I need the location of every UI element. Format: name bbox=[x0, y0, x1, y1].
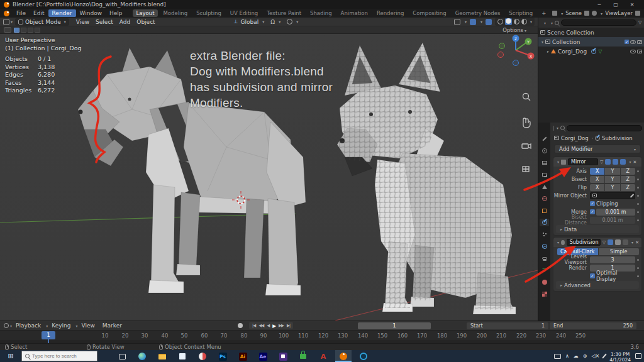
viewport-3d-canvas[interactable]: Z Y X bbox=[0, 34, 538, 321]
timeline-ruler[interactable]: 1 10 20 30 40 50 60 70 80 90 100 110 120… bbox=[0, 330, 644, 340]
blender-menu-icon[interactable] bbox=[4, 11, 9, 16]
pen-icon[interactable] bbox=[602, 353, 607, 358]
mirror-panel-header[interactable]: ▾ Mirror ▽ ▾ ✕ bbox=[553, 157, 641, 167]
disclosure-icon[interactable]: ▾ bbox=[541, 40, 543, 44]
subdivided-dog-model[interactable] bbox=[327, 34, 528, 321]
properties-tab-texture[interactable] bbox=[540, 290, 549, 298]
pan-hand-icon[interactable] bbox=[523, 118, 530, 128]
gizmo-toggle-icon[interactable] bbox=[454, 19, 460, 25]
axis-y-button[interactable]: Y bbox=[605, 168, 619, 175]
properties-tab-output[interactable] bbox=[540, 159, 549, 167]
rendered-shading-icon[interactable] bbox=[521, 19, 527, 25]
properties-editor-icon[interactable] bbox=[553, 126, 553, 131]
filter-funnel-icon[interactable]: ▽ bbox=[638, 20, 641, 25]
navigation-gizmo[interactable]: Z Y X bbox=[498, 35, 535, 66]
outliner-row-corgi-dog[interactable]: ▸ Corgi_Dog ▽ bbox=[538, 47, 644, 56]
wireframe-shading-icon[interactable] bbox=[497, 19, 503, 25]
extras-dropdown-icon[interactable]: ▾ bbox=[631, 240, 633, 244]
eyedropper-icon[interactable] bbox=[630, 194, 634, 197]
modifier-name-field[interactable]: Subdivision bbox=[567, 239, 601, 246]
frame-end-field[interactable]: End250 bbox=[550, 322, 636, 329]
tab-uv-editing[interactable]: UV Editing bbox=[226, 9, 262, 17]
outliner-row-scene-collection[interactable]: Scene Collection bbox=[538, 28, 644, 37]
properties-tab-render[interactable] bbox=[540, 147, 549, 155]
breadcrumb-modifier[interactable]: Subdivision bbox=[602, 135, 633, 141]
tab-scripting[interactable]: Scripting bbox=[505, 9, 536, 17]
zoom-tool-icon[interactable] bbox=[523, 94, 531, 101]
mode-dropdown[interactable]: Object Mode ▾ bbox=[15, 18, 69, 26]
modifier-name-field[interactable]: Mirror bbox=[568, 158, 598, 165]
viewlayer-name[interactable]: ViewLayer bbox=[605, 10, 633, 16]
tab-animation[interactable]: Animation bbox=[337, 9, 372, 17]
tab-texture-paint[interactable]: Texture Paint bbox=[263, 9, 305, 17]
select-mode-new-icon[interactable] bbox=[14, 28, 19, 33]
maximize-button[interactable]: ▢ bbox=[608, 0, 624, 9]
jump-to-start-button[interactable]: |◀ bbox=[251, 323, 257, 328]
lock-app-icon[interactable] bbox=[298, 351, 308, 361]
disable-render-camera-icon[interactable] bbox=[637, 50, 642, 53]
orientation-label[interactable]: Global bbox=[241, 19, 259, 25]
select-mode-extend-icon[interactable] bbox=[21, 28, 26, 33]
solid-shading-active[interactable] bbox=[505, 18, 512, 25]
clock-editor-icon[interactable] bbox=[4, 323, 9, 328]
chevron-down-icon[interactable]: ▾ bbox=[561, 11, 563, 16]
select-mode-subtract-icon[interactable] bbox=[28, 28, 33, 33]
flip-y-button[interactable]: Y bbox=[605, 184, 619, 191]
realtime-toggle[interactable] bbox=[613, 159, 618, 165]
bisect-y-button[interactable]: Y bbox=[605, 176, 619, 183]
breadcrumb-object[interactable]: Corgi_Dog bbox=[561, 135, 589, 141]
tab-geometry-nodes[interactable]: Geometry Nodes bbox=[452, 9, 504, 17]
proportional-editing-icon[interactable] bbox=[287, 19, 292, 25]
illustrator-icon[interactable]: Ai bbox=[238, 351, 248, 361]
photoshop-icon[interactable]: Ps bbox=[218, 351, 228, 361]
scene-name[interactable]: Scene bbox=[565, 10, 582, 16]
tab-compositing[interactable]: Compositing bbox=[409, 9, 450, 17]
frame-start-field[interactable]: Start1 bbox=[467, 322, 548, 329]
properties-tab-constraints[interactable] bbox=[540, 255, 549, 262]
vertex-group-filter-icon[interactable]: ▽ bbox=[602, 240, 606, 245]
jump-to-end-button[interactable]: ▶| bbox=[286, 323, 291, 328]
file-explorer-icon[interactable] bbox=[157, 351, 167, 361]
tab-layout[interactable]: Layout bbox=[133, 9, 158, 17]
menu-view[interactable]: View bbox=[73, 19, 92, 25]
properties-tab-view-layer[interactable] bbox=[540, 171, 549, 178]
optimal-display-checkbox[interactable]: ✓ bbox=[590, 273, 595, 278]
add-modifier-button[interactable]: Add Modifier▾ bbox=[554, 145, 641, 153]
blender-taskbar-icon[interactable] bbox=[338, 351, 348, 361]
new-viewlayer-icon[interactable] bbox=[635, 11, 640, 16]
select-mode-invert-icon[interactable] bbox=[35, 28, 40, 33]
chevron-down-icon[interactable]: ▾ bbox=[601, 11, 602, 16]
menu-marker[interactable]: Marker bbox=[99, 322, 126, 329]
expand-icon[interactable]: ▾ bbox=[557, 160, 559, 164]
merge-distance-field[interactable]: 0.001 m bbox=[596, 209, 635, 216]
render-toggle[interactable] bbox=[623, 239, 628, 245]
properties-tab-object[interactable] bbox=[540, 207, 549, 214]
menu-view[interactable]: View bbox=[77, 322, 98, 329]
realtime-toggle[interactable] bbox=[615, 239, 621, 245]
close-button[interactable]: ✕ bbox=[624, 0, 640, 9]
data-subpanel[interactable]: ▸ Data bbox=[556, 225, 639, 233]
action-center-icon[interactable] bbox=[635, 353, 641, 359]
properties-tab-tool[interactable] bbox=[540, 135, 549, 143]
disclosure-icon[interactable]: ▸ bbox=[547, 49, 549, 53]
collection-checkbox[interactable]: ✓ bbox=[625, 40, 629, 44]
snap-magnet-icon[interactable]: Ω bbox=[270, 19, 275, 25]
auto-keying-record-button[interactable] bbox=[238, 323, 243, 328]
tab-rendering[interactable]: Rendering bbox=[373, 9, 408, 17]
clock[interactable]: 1:30 PM 4/1/2024 bbox=[609, 351, 631, 362]
vertex-group-filter-icon[interactable]: ▽ bbox=[600, 160, 603, 165]
edit-mode-toggle[interactable] bbox=[608, 239, 613, 245]
start-button[interactable]: ⊞ bbox=[0, 352, 21, 360]
menu-file[interactable]: File bbox=[13, 9, 30, 17]
autocad-icon[interactable]: A bbox=[318, 351, 328, 361]
task-view-icon[interactable] bbox=[117, 351, 127, 361]
simple-button[interactable]: Simple bbox=[599, 248, 640, 255]
camera-view-icon[interactable] bbox=[522, 144, 531, 148]
tab-sculpting[interactable]: Sculpting bbox=[192, 9, 225, 17]
menu-window[interactable]: Window bbox=[76, 9, 106, 17]
render-toggle[interactable] bbox=[620, 159, 626, 165]
menu-playback[interactable]: Playback bbox=[12, 322, 45, 329]
menu-add[interactable]: Add bbox=[116, 19, 133, 25]
store-icon[interactable] bbox=[177, 351, 187, 361]
mirror-object-field[interactable] bbox=[590, 192, 635, 199]
